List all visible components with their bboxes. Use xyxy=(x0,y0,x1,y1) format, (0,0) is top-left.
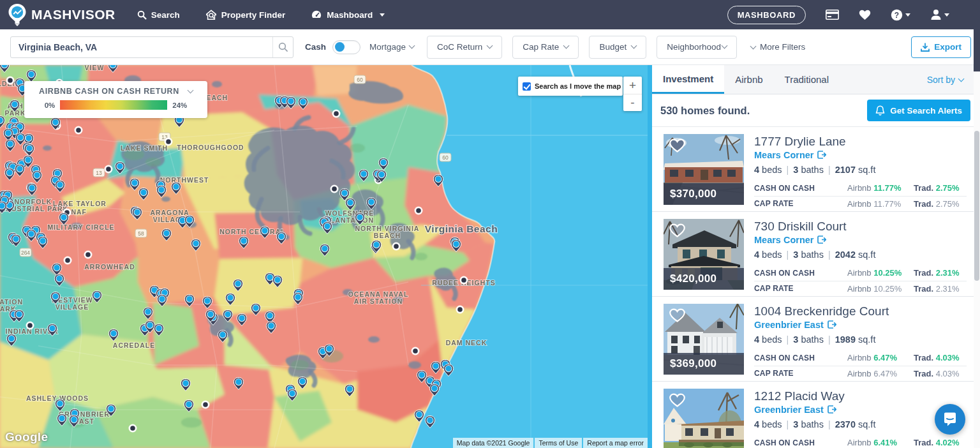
property-photo[interactable]: $370,000 xyxy=(664,134,744,205)
property-card[interactable]: 1212 Placid Way Greenbrier East 4 beds|3… xyxy=(652,382,974,448)
map-dot-marker[interactable] xyxy=(64,257,72,265)
coc-trad-value: Trad. 4.02% xyxy=(914,438,974,447)
coc-airbnb-value: Airbnb 11.77% xyxy=(847,183,914,193)
search-icon xyxy=(278,42,288,52)
nav-mashboard[interactable]: Mashboard xyxy=(311,10,385,20)
property-address[interactable]: 1004 Breckenridge Court xyxy=(754,304,967,318)
property-details: 1004 Breckenridge Court Greenbrier East … xyxy=(744,304,967,374)
map-dot-marker[interactable] xyxy=(415,207,423,215)
map-dot-marker[interactable] xyxy=(6,77,15,85)
map-dot-marker[interactable] xyxy=(460,276,468,285)
property-neighborhood-link[interactable]: Mears Corner xyxy=(754,150,967,160)
map-area[interactable]: VIEWLDENASHPARKBEACHLAKE SMITHTHOROUGHGO… xyxy=(0,65,648,448)
terms-of-use-link[interactable]: Terms of Use xyxy=(535,438,582,448)
property-details: 1777 Drylie Lane Mears Corner 4 beds|3 b… xyxy=(744,134,967,204)
page-scrollbar[interactable] xyxy=(974,29,980,448)
legend-gradient-bar xyxy=(60,100,167,110)
map-neighborhood-label: THOROUGHGOOD xyxy=(177,144,244,151)
export-button[interactable]: Export xyxy=(911,36,971,58)
cap-rate-label: CAP RATE xyxy=(754,369,847,378)
property-address[interactable]: 1777 Drylie Lane xyxy=(754,135,967,149)
property-photo[interactable] xyxy=(664,389,744,448)
filter-budget[interactable]: Budget xyxy=(589,36,646,59)
external-link-icon xyxy=(817,235,826,244)
report-map-error-link[interactable]: Report a map error xyxy=(583,438,648,448)
nav-search-label: Search xyxy=(151,10,180,20)
property-address[interactable]: 1212 Placid Way xyxy=(754,389,967,403)
property-photo[interactable]: $369,000 xyxy=(664,304,744,375)
legend-max: 24% xyxy=(172,101,187,109)
favorites-heart-icon[interactable] xyxy=(859,10,871,20)
property-card[interactable]: $420,000 730 Driskill Court Mears Corner… xyxy=(652,212,974,297)
favorite-heart-icon[interactable] xyxy=(669,223,686,238)
map-legend: AIRBNB CASH ON CASH RETURN 0% 24% xyxy=(24,81,207,118)
mashboard-pill-button[interactable]: MASHBOARD xyxy=(727,6,806,24)
mashboard-icon xyxy=(311,10,322,20)
filter-coc-return[interactable]: CoC Return xyxy=(427,36,502,59)
mashvisor-logo[interactable]: MASHVISOR xyxy=(8,3,115,26)
map-neighborhood-label: NORTHWEST xyxy=(160,176,209,184)
property-specs: 4 beds|3 baths|2042 sq.ft xyxy=(754,250,967,260)
zoom-out-button[interactable]: - xyxy=(623,94,642,111)
tab-investment[interactable]: Investment xyxy=(652,65,724,94)
brand-name: MASHVISOR xyxy=(31,7,115,22)
map-neighborhood-label: LAKE SMITH xyxy=(121,144,168,152)
map-dot-marker[interactable] xyxy=(26,322,34,330)
property-neighborhood-link[interactable]: Greenbrier East xyxy=(754,405,967,415)
map-dot-marker[interactable] xyxy=(202,401,210,409)
property-card[interactable]: $369,000 1004 Breckenridge Court Greenbr… xyxy=(652,297,974,382)
favorite-heart-icon[interactable] xyxy=(669,308,686,323)
map-dot-marker[interactable] xyxy=(75,126,83,135)
map-dot-marker[interactable] xyxy=(84,251,93,259)
map-neighborhood-label: ACREDALE xyxy=(113,341,155,349)
location-search-input[interactable] xyxy=(11,37,272,57)
filter-neighborhood[interactable]: Neighborhood xyxy=(657,36,737,59)
heatmap-map[interactable]: VIEWLDENASHPARKBEACHLAKE SMITHTHOROUGHGO… xyxy=(0,65,648,448)
page-scrollbar-thumb[interactable] xyxy=(974,29,980,71)
results-scrollbar-thumb[interactable] xyxy=(974,131,979,281)
property-photo[interactable]: $420,000 xyxy=(664,219,744,290)
price-tag: $420,000 xyxy=(664,268,744,290)
map-dot-marker[interactable] xyxy=(105,165,113,174)
map-dot-marker[interactable] xyxy=(129,424,137,433)
favorite-heart-icon[interactable] xyxy=(669,138,686,153)
map-dot-marker[interactable] xyxy=(392,243,401,251)
nav-property-finder-label: Property Finder xyxy=(221,10,286,20)
search-submit-button[interactable] xyxy=(272,37,293,57)
toggle-knob xyxy=(335,42,345,52)
more-filters-link[interactable]: More Filters xyxy=(751,42,805,52)
get-search-alerts-button[interactable]: Get Search Alerts xyxy=(867,100,970,121)
nav-search[interactable]: Search xyxy=(137,10,180,20)
neighborhood-name: Greenbrier East xyxy=(754,320,824,330)
cash-mortgage-toggle[interactable] xyxy=(332,40,360,54)
cash-toggle-group: Cash xyxy=(305,40,360,54)
mortgage-dropdown[interactable]: Mortgage xyxy=(369,42,414,52)
filter-cap-rate[interactable]: Cap Rate xyxy=(512,36,579,59)
property-neighborhood-link[interactable]: Greenbrier East xyxy=(754,320,967,330)
tab-traditional[interactable]: Traditional xyxy=(774,65,840,94)
google-logo[interactable]: Google xyxy=(5,430,48,444)
sort-by-dropdown[interactable]: Sort by xyxy=(927,65,974,94)
favorite-heart-icon[interactable] xyxy=(669,392,686,408)
nav-property-finder[interactable]: Property Finder xyxy=(205,10,286,20)
tab-airbnb[interactable]: Airbnb xyxy=(724,65,773,94)
map-dot-marker[interactable] xyxy=(330,185,339,193)
map-dot-marker[interactable] xyxy=(456,306,464,314)
help-icon[interactable]: ? xyxy=(891,9,910,21)
map-dot-marker[interactable] xyxy=(412,347,420,355)
property-neighborhood-link[interactable]: Mears Corner xyxy=(754,235,967,245)
billing-card-icon[interactable] xyxy=(826,10,839,20)
zoom-in-button[interactable]: + xyxy=(623,77,642,94)
map-neighborhood-label: DAM NECK xyxy=(446,339,487,347)
user-account-icon[interactable] xyxy=(930,9,949,20)
map-attribution: Map data ©2021 Google Terms of Use Repor… xyxy=(453,438,648,448)
legend-title-row[interactable]: AIRBNB CASH ON CASH RETURN xyxy=(24,87,207,96)
sort-by-label: Sort by xyxy=(927,75,955,85)
map-dot-marker[interactable] xyxy=(165,138,173,146)
property-card[interactable]: $370,000 1777 Drylie Lane Mears Corner 4… xyxy=(652,127,974,212)
search-as-move-checkbox[interactable] xyxy=(523,82,531,91)
export-label: Export xyxy=(934,42,961,52)
chat-widget-button[interactable] xyxy=(935,404,965,435)
property-address[interactable]: 730 Driskill Court xyxy=(754,220,967,234)
map-dot-marker[interactable] xyxy=(332,110,341,118)
